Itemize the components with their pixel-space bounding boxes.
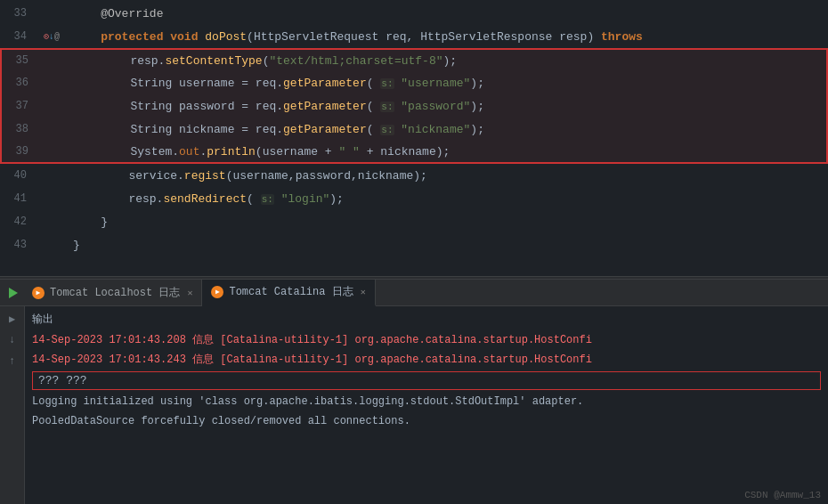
- line-content-34: protected void doPost(HttpServletRequest…: [69, 30, 828, 44]
- line-number-34: 34: [0, 30, 34, 43]
- console-output: ▶ ↓ ↑ 输出 14-Sep-2023 17:01:43.208 信息 [Ca…: [0, 306, 828, 504]
- code-token: "nickname": [401, 123, 470, 136]
- code-token: "login": [281, 192, 330, 206]
- code-token: + nickname);: [360, 145, 450, 159]
- code-line-43: 43}: [0, 233, 828, 256]
- line-number-33: 33: [0, 7, 34, 20]
- sidebar-btn-2[interactable]: ↓: [4, 331, 21, 349]
- line-content-40: service.regist(username,password,nicknam…: [69, 169, 828, 183]
- log-lines: 14-Sep-2023 17:01:43.208 信息 [Catalina-ut…: [25, 330, 828, 370]
- code-token: (: [367, 123, 381, 136]
- tab-catalina-close[interactable]: ✕: [361, 287, 366, 297]
- line-content-41: resp.sendRedirect( s: "login");: [69, 192, 828, 206]
- code-token: sendRedirect: [163, 192, 247, 206]
- code-token: String: [130, 77, 172, 90]
- code-line-36: 36 String username = req.getParameter( s…: [0, 71, 828, 94]
- code-token: nickname = req.: [172, 123, 283, 136]
- code-token: resp.: [75, 54, 165, 68]
- extra-log-lines: Logging initialized using 'class org.apa…: [25, 392, 828, 431]
- code-token: void: [170, 30, 198, 44]
- code-token: println: [207, 145, 256, 159]
- code-token: resp): [552, 30, 601, 44]
- code-token: out: [179, 145, 199, 159]
- code-lines: 33 @Override34⊙↓@ protected void doPost(…: [0, 0, 828, 258]
- line-number-37: 37: [2, 100, 36, 112]
- tomcat-icon-localhost: ▶: [32, 287, 45, 299]
- line-gutter-34: ⊙↓@: [34, 31, 69, 42]
- code-token: " ": [338, 145, 359, 159]
- code-token: throws: [601, 30, 643, 44]
- hint-span: s:: [380, 102, 394, 112]
- code-editor: 33 @Override34⊙↓@ protected void doPost(…: [0, 0, 828, 276]
- line-number-36: 36: [2, 77, 36, 89]
- code-token: System.: [130, 145, 179, 159]
- tomcat-icon-catalina: ▶: [211, 286, 223, 298]
- code-token: );: [329, 192, 344, 206]
- line-number-40: 40: [0, 169, 34, 182]
- code-line-42: 42 }: [0, 210, 828, 233]
- hint-span: s:: [380, 125, 394, 135]
- console-area: ▶ Tomcat Localhost 日志 ✕ ▶ Tomcat Catalin…: [0, 280, 828, 504]
- code-token: }: [73, 215, 108, 229]
- code-line-40: 40 service.regist(username,password,nick…: [0, 164, 828, 187]
- code-token: String: [130, 100, 172, 113]
- line-number-38: 38: [2, 123, 36, 135]
- csdn-watermark: CSDN @Ammw_13: [744, 490, 821, 500]
- line-content-33: @Override: [69, 7, 828, 20]
- extra-log-line-1: PooledDataSource forcefully closed/remov…: [25, 411, 828, 431]
- line-content-38: String nickname = req.getParameter( s: "…: [71, 123, 826, 136]
- code-token: (: [247, 30, 254, 44]
- line-number-39: 39: [2, 145, 36, 158]
- code-line-39: 39 System.out.println(username + " " + n…: [0, 141, 828, 164]
- line-content-39: System.out.println(username + " " + nick…: [71, 145, 826, 159]
- code-token: );: [470, 100, 484, 113]
- sidebar-btn-1[interactable]: ▶: [4, 310, 21, 328]
- code-token: "password": [401, 100, 470, 113]
- code-token: }: [73, 239, 80, 252]
- code-line-33: 33 @Override: [0, 2, 828, 25]
- line-content-37: String password = req.getParameter( s: "…: [71, 100, 826, 113]
- hint-span: s:: [380, 78, 394, 89]
- code-token: String: [130, 123, 172, 136]
- tab-catalina-label: Tomcat Catalina 日志: [229, 284, 353, 299]
- code-line-38: 38 String nickname = req.getParameter( s…: [0, 118, 828, 141]
- code-token: req,: [378, 30, 420, 44]
- sidebar-btn-3[interactable]: ↑: [4, 353, 21, 370]
- code-token: );: [470, 77, 484, 90]
- code-token: @Override: [101, 7, 163, 20]
- run-button[interactable]: [4, 283, 23, 303]
- code-token: getParameter: [283, 77, 367, 90]
- code-token: protected: [101, 30, 163, 44]
- code-token: HttpServletRequest: [254, 30, 378, 44]
- log-line-1: 14-Sep-2023 17:01:43.243 信息 [Catalina-ut…: [25, 350, 828, 370]
- tab-localhost[interactable]: ▶ Tomcat Localhost 日志 ✕: [23, 280, 202, 306]
- code-token: getParameter: [283, 100, 367, 113]
- code-token: resp.: [73, 192, 163, 206]
- code-line-41: 41 resp.sendRedirect( s: "login");: [0, 187, 828, 210]
- line-content-43: }: [69, 239, 828, 252]
- code-token: );: [470, 123, 484, 136]
- line-number-42: 42: [0, 215, 34, 228]
- tab-localhost-label: Tomcat Localhost 日志: [50, 285, 180, 300]
- hint-span: s:: [261, 194, 274, 205]
- code-token: password = req.: [172, 100, 283, 113]
- tab-localhost-close[interactable]: ✕: [187, 288, 192, 298]
- code-token: username = req.: [172, 77, 283, 90]
- code-line-37: 37 String password = req.getParameter( s…: [0, 94, 828, 118]
- code-token: service.: [73, 169, 184, 183]
- line-number-43: 43: [0, 239, 34, 251]
- line-content-35: resp.setContentType("text/html;charset=u…: [71, 54, 826, 68]
- code-token: (: [247, 192, 261, 206]
- run-icon: [9, 288, 18, 298]
- code-token: regist: [184, 169, 226, 183]
- code-token: doPost: [205, 30, 247, 44]
- code-token: HttpServletResponse: [420, 30, 552, 44]
- tab-catalina[interactable]: ▶ Tomcat Catalina 日志 ✕: [202, 280, 375, 306]
- code-token: );: [443, 54, 458, 68]
- console-tab-bar: ▶ Tomcat Localhost 日志 ✕ ▶ Tomcat Catalin…: [0, 280, 828, 306]
- code-token: "text/html;charset=utf-8": [269, 54, 442, 68]
- code-token: "username": [401, 77, 470, 90]
- console-main: 输出 14-Sep-2023 17:01:43.208 信息 [Catalina…: [25, 306, 828, 504]
- debug-box: ??? ???: [32, 371, 821, 390]
- code-token: (username,password,nickname);: [226, 169, 427, 183]
